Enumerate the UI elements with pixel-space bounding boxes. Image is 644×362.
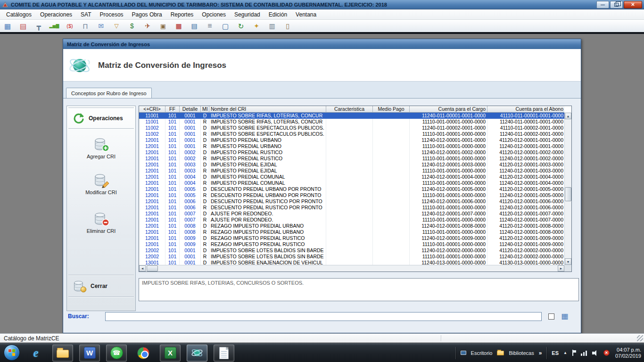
column-header-ff[interactable]: FF [165,106,180,113]
grid-row-24[interactable]: 130011010001DIMPUESTO SOBRE ENAJENACION … [139,260,564,265]
grid-row-7[interactable]: 120011010002RIMPUESTO PREDIAL RUSTICO111… [139,156,564,162]
calendar-icon-button[interactable]: ▦ [173,21,184,31]
card-icon-button[interactable]: ▥ [267,21,277,31]
taskbar-contabilidad-app-button[interactable] [187,345,207,362]
menu-item-ventana[interactable]: Ventana [291,10,321,19]
column-header-cargo[interactable]: Cuenta para el Cargo [410,106,487,113]
taskbar-clock[interactable]: 04:07 p.m. 07/02/2019 [615,347,641,359]
send-icon-button[interactable]: ✈ [142,21,153,31]
alert-status-icon[interactable]: ✕ [603,350,610,356]
action-center-flag-icon[interactable] [572,350,576,356]
cart-icon-button[interactable]: ▣ [158,21,168,31]
grid-row-13[interactable]: 120011010005RDESCUENTO PREDIAL URBANO PO… [139,192,564,198]
column-header-abono[interactable]: Cuenta para el Abono [487,106,564,113]
menu-item-pagos-obra[interactable]: Pagos Obra [128,10,166,19]
mail-icon-button[interactable]: ✉ [96,21,106,31]
ledger-icon-button[interactable]: ▤ [189,21,199,31]
grid-row-19[interactable]: 120011010008RREZAGO IMPUESTO PREDIAL URB… [139,229,564,235]
mdi-titlebar[interactable]: Matriz de Conversión de Ingresos [63,39,581,49]
menu-item-edicion[interactable]: Edición [264,10,291,19]
desktop-toolbar-label[interactable]: Escritorio [471,350,493,356]
dollar-icon-button[interactable]: $ [127,21,137,31]
grid-row-3[interactable]: 110021010001RIMPUESTO SOBRE ESPECTACULOS… [139,131,564,137]
grid-row-9[interactable]: 120011010003RIMPUESTO PREDIAL EJIDAL1111… [139,168,564,174]
network-icon[interactable] [581,350,587,356]
taskbar-explorer-button[interactable] [52,345,73,362]
grid-row-14[interactable]: 120011010006DDESCUENTO PREDIAL RUSTICO P… [139,198,564,205]
modificar-cri-button[interactable]: Modificar CRI [67,172,135,195]
grid-row-8[interactable]: 120011010003DIMPUESTO PREDIAL EJIDAL1124… [139,162,564,168]
column-header-medio[interactable]: Medio Pago [373,106,410,113]
minimize-button[interactable]: — [596,1,609,8]
menu-item-sat[interactable]: SAT [76,10,95,19]
modules-icon-button[interactable]: ▦ [2,21,13,31]
language-indicator[interactable]: ES [552,350,559,356]
grid-row-20[interactable]: 120011010009DREZAGO IMPUESTO PREDIAL RUS… [139,235,564,241]
grid-row-4[interactable]: 120011010001DIMPUESTO PREDIAL URBANO1124… [139,137,564,143]
grid-row-2[interactable]: 110021010001DIMPUESTO SOBRE ESPECTACULOS… [139,125,564,131]
scroll-left-icon[interactable]: ◄ [139,265,146,272]
search-button[interactable]: ▦ [559,311,570,322]
cerrar-button[interactable]: Cerrar [67,276,135,296]
scroll-down-icon[interactable]: ▼ [565,258,571,265]
mast-icon-button[interactable]: ┳ [33,21,44,31]
grid-row-12[interactable]: 120011010005DDESCUENTO PREDIAL URBANO PO… [139,186,564,192]
grid-row-23[interactable]: 120021010001RIMPUESTO SOBRE LOTES BALDIO… [139,254,564,260]
keys-icon-button[interactable]: ✦ [251,21,262,31]
grid-row-16[interactable]: 120011010007DAJUSTE POR REDONDEO.11240-0… [139,211,564,217]
menu-item-opciones[interactable]: Opciones [198,10,230,19]
taskbar-whatsapp-button[interactable]: ☎ [106,345,127,362]
grid-row-17[interactable]: 120011010007RAJUSTE POR REDONDEO.11110-0… [139,217,564,223]
restore-button[interactable] [610,1,623,8]
column-header-mi[interactable]: MI [201,106,209,113]
funnel-icon-button[interactable]: ▽ [111,21,122,31]
chart-icon-button[interactable]: ▂▅▇ [49,21,59,31]
libraries-toolbar-label[interactable]: Bibliotecas [509,350,534,356]
volume-icon[interactable] [592,350,599,356]
scroll-right-icon[interactable]: ► [558,265,564,272]
bank-icon-button[interactable]: Π [80,21,91,31]
search-checkbox[interactable] [548,313,554,320]
vertical-scroll-thumb[interactable] [565,187,571,201]
column-header-det[interactable]: Detalle [180,106,201,113]
menu-item-operaciones[interactable]: Operaciones [36,10,76,19]
package-icon-button[interactable]: ▯ [282,21,293,31]
scroll-up-icon[interactable]: ▲ [565,113,571,119]
menu-item-reportes[interactable]: Reportes [166,10,198,19]
grid-row-18[interactable]: 120011010008DREZAGO IMPUESTO PREDIAL URB… [139,223,564,229]
column-header-cri[interactable]: <+CRI> [139,106,165,113]
grid-row-5[interactable]: 120011010001RIMPUESTO PREDIAL URBANO1111… [139,143,564,149]
taskbar-document-button[interactable] [214,345,234,362]
notes-icon-button[interactable]: ≡ [205,21,215,31]
grid-row-22[interactable]: 120021010001DIMPUESTO SOBRE LOTES BALDIO… [139,247,564,254]
menu-item-catalogos[interactable]: Catálogos [2,10,36,19]
menu-item-procesos[interactable]: Procesos [96,10,128,19]
search-input[interactable] [105,312,542,321]
grid-row-1[interactable]: 110011010001RIMPUESTO SOBRE RIFAS, LOTER… [139,119,564,125]
close-button[interactable]: ✕ [624,1,642,8]
catalog-table-icon-button[interactable]: ▤ [18,21,28,31]
grid-row-21[interactable]: 120011010009RREZAGO IMPUESTO PREDIAL RUS… [139,241,564,247]
tab-conceptos-por-rubro[interactable]: Conceptos por Rubro de Ingreso [66,88,152,99]
grid-row-6[interactable]: 120011010002DIMPUESTO PREDIAL RUSTICO112… [139,149,564,156]
vertical-scrollbar[interactable]: ▲ ▼ [564,113,571,265]
monitor-icon-button[interactable]: ▢ [220,21,231,31]
taskbar-chrome-button[interactable] [133,345,154,362]
agregar-cri-button[interactable]: Agregar CRI [67,136,135,159]
grid-row-11[interactable]: 120011010004RIMPUESTO PREDIAL COMUNAL111… [139,180,564,186]
taskbar-word-button[interactable]: W [79,345,100,362]
operaciones-button[interactable]: Operaciones [67,108,135,129]
column-header-nombre[interactable]: Nombre del CRI [209,106,326,113]
money-paren-icon-button[interactable]: ($) [65,21,75,31]
start-button[interactable] [4,345,20,361]
show-hidden-icons-button[interactable]: ▲ [563,351,567,355]
eliminar-cri-button[interactable]: Eliminar CRI [67,211,135,234]
horizontal-scrollbar[interactable]: ◄ ► [139,265,564,272]
sync-icon-button[interactable]: ↻ [236,21,246,31]
grid-row-10[interactable]: 120011010004DIMPUESTO PREDIAL COMUNAL112… [139,174,564,180]
horizontal-scroll-thumb[interactable] [147,265,158,272]
menu-item-seguridad[interactable]: Seguridad [230,10,264,19]
column-header-car[interactable]: Caracteristica [326,106,373,113]
taskbar-excel-button[interactable]: X [160,345,181,362]
grid-row-0[interactable]: 110011010001DIMPUESTO SOBRE RIFAS, LOTER… [139,113,564,119]
